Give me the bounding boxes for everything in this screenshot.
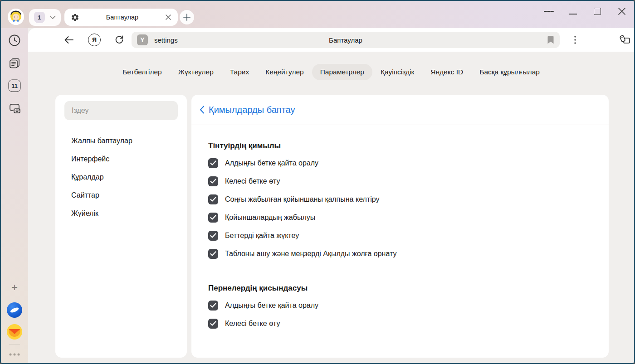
- nav-tab[interactable]: Қауіпсіздік: [372, 64, 422, 80]
- content-body: Тінтуірдің қимылы Алдыңғы бетке қайта ор…: [191, 141, 609, 333]
- checkbox-checked[interactable]: [208, 249, 218, 259]
- mail-button[interactable]: [7, 324, 22, 340]
- site-favicon: Y: [137, 34, 148, 45]
- kebab-menu-icon: [574, 35, 576, 44]
- checkbox-checked[interactable]: [208, 194, 218, 204]
- settings-sidebar: Жалпы баптаулар Интерфейс Құралдар Сайтт…: [55, 95, 187, 358]
- user-avatar[interactable]: [8, 9, 24, 25]
- nav-tab[interactable]: Басқа құрылғылар: [471, 64, 548, 80]
- new-tab-button[interactable]: [180, 10, 194, 24]
- clock-icon: [8, 34, 21, 47]
- tab-counter-badge: 11: [9, 80, 21, 92]
- back-button[interactable]: [64, 36, 74, 44]
- reload-button[interactable]: [114, 34, 125, 45]
- checkmark-icon: [210, 179, 216, 184]
- tab-group-selector[interactable]: 1: [29, 9, 61, 26]
- sidebar-item[interactable]: Жүйелік: [55, 204, 187, 223]
- nav-tab[interactable]: Тарих: [222, 64, 257, 80]
- checkbox-row[interactable]: Келесі бетке өту: [208, 315, 609, 333]
- dot-icon: [14, 354, 16, 356]
- history-button[interactable]: [8, 34, 21, 47]
- plus-icon: +: [11, 281, 18, 294]
- checkmark-icon: [210, 160, 216, 166]
- address-bar[interactable]: Y settings Баптаулар: [132, 32, 560, 48]
- keyboard-shortcuts-list: Алдыңғы бетке қайта оралу Келесі бетке ө…: [208, 296, 609, 333]
- checkbox-checked[interactable]: [208, 231, 218, 241]
- close-icon: [618, 7, 626, 15]
- nav-tab[interactable]: Яндекс ID: [422, 64, 471, 80]
- checkbox-label: Таблоны ашу және меңзерді Ақылды жолға о…: [225, 250, 396, 258]
- maximize-button[interactable]: [592, 6, 602, 16]
- checkbox-label: Келесі бетке өту: [225, 320, 280, 328]
- collections-tag-icon: [619, 34, 631, 46]
- tabs-panel-button[interactable]: 11: [9, 80, 21, 92]
- section-title-mouse-gestures: Тінтуірдің қимылы: [208, 141, 609, 150]
- checkmark-icon: [210, 303, 216, 308]
- checkbox-row[interactable]: Алдыңғы бетке қайта оралу: [208, 154, 609, 172]
- tab-close-icon[interactable]: [165, 14, 171, 20]
- address-bar-menu-button[interactable]: [574, 35, 576, 44]
- more-panels-button[interactable]: [10, 354, 20, 356]
- checkbox-row[interactable]: Таблоны ашу және меңзерді Ақылды жолға о…: [208, 245, 609, 263]
- add-panel-button[interactable]: +: [11, 281, 18, 294]
- section-title-keyboard-shortcuts: Пернелердің қисындасуы: [208, 284, 609, 293]
- nav-tab[interactable]: Бетбелгілер: [114, 64, 170, 80]
- yandex-mail-icon: [7, 324, 22, 340]
- sidebar-item[interactable]: Интерфейс: [55, 150, 187, 168]
- screenshot-camera-icon: [8, 102, 21, 115]
- browser-window: 1 Баптаулар: [0, 0, 635, 364]
- checkmark-icon: [210, 251, 216, 257]
- tab-group-count-badge: 1: [34, 12, 45, 23]
- address-bar-page-title: Баптаулар: [132, 36, 560, 44]
- sidebar-item[interactable]: Құралдар: [55, 168, 187, 186]
- avatar-girl-icon: [8, 9, 24, 25]
- collections-button[interactable]: [619, 34, 631, 46]
- checkbox-label: Келесі бетке өту: [225, 177, 280, 185]
- close-window-button[interactable]: [617, 6, 627, 16]
- nav-tab[interactable]: Жүктеулер: [170, 64, 222, 80]
- screenshot-button[interactable]: [8, 102, 21, 115]
- gear-icon: [71, 13, 79, 22]
- feed-button[interactable]: [8, 57, 21, 69]
- browser-menu-button[interactable]: [544, 6, 554, 16]
- sidebar-item[interactable]: Сайттар: [55, 186, 187, 204]
- sidebar-item[interactable]: Жалпы баптаулар: [55, 132, 187, 150]
- tab-title: Баптаулар: [79, 14, 165, 21]
- url-text: settings: [154, 36, 178, 44]
- checkbox-row[interactable]: Келесі бетке өту: [208, 172, 609, 190]
- minimize-button[interactable]: [568, 6, 578, 16]
- checkbox-row[interactable]: Соңғы жабылған қойыншаны қалпына келтіру: [208, 190, 609, 209]
- checkbox-checked[interactable]: [208, 319, 218, 329]
- checkbox-row[interactable]: Алдыңғы бетке қайта оралу: [208, 296, 609, 315]
- dot-icon: [18, 354, 20, 356]
- bookmark-icon[interactable]: [547, 35, 554, 44]
- checkmark-icon: [210, 215, 216, 220]
- yandex-logo-icon: Я: [88, 34, 101, 46]
- page-title[interactable]: Қимылдарды баптау: [209, 105, 295, 115]
- browser-logo-button[interactable]: [7, 302, 22, 318]
- checkbox-row[interactable]: Беттерді қайта жүктеу: [208, 227, 609, 245]
- nav-tab[interactable]: Параметрлер: [312, 64, 372, 80]
- checkbox-label: Соңғы жабылған қойыншаны қалпына келтіру: [225, 195, 379, 204]
- toolbar: Я Y settings Баптаулар: [28, 28, 634, 52]
- checkbox-checked[interactable]: [208, 213, 218, 223]
- mouse-gestures-list: Алдыңғы бетке қайта оралу Келесі бетке ө…: [208, 154, 609, 263]
- checkbox-checked[interactable]: [208, 176, 218, 186]
- checkbox-label: Алдыңғы бетке қайта оралу: [225, 301, 318, 310]
- checkbox-label: Алдыңғы бетке қайта оралу: [225, 159, 318, 167]
- side-rail: 11 +: [1, 28, 28, 363]
- checkbox-checked[interactable]: [208, 158, 218, 168]
- checkbox-checked[interactable]: [208, 301, 218, 311]
- search-input[interactable]: [64, 101, 178, 120]
- tab-strip: 1 Баптаулар: [1, 1, 634, 28]
- rail-divider: [9, 344, 20, 345]
- settings-nav-tabs: Бетбелгілер Жүктеулер Тарих Кеңейтулер П…: [28, 64, 634, 80]
- tab-settings[interactable]: Баптаулар: [64, 9, 178, 26]
- chevron-down-icon: [49, 15, 56, 19]
- checkbox-row[interactable]: Қойыншалардың жабылуы: [208, 209, 609, 227]
- checkmark-icon: [210, 233, 216, 238]
- settings-content: Қимылдарды баптау Тінтуірдің қимылы Алды…: [191, 95, 609, 358]
- back-chevron-icon[interactable]: [200, 106, 205, 114]
- yandex-home-button[interactable]: Я: [88, 34, 101, 46]
- nav-tab[interactable]: Кеңейтулер: [257, 64, 312, 80]
